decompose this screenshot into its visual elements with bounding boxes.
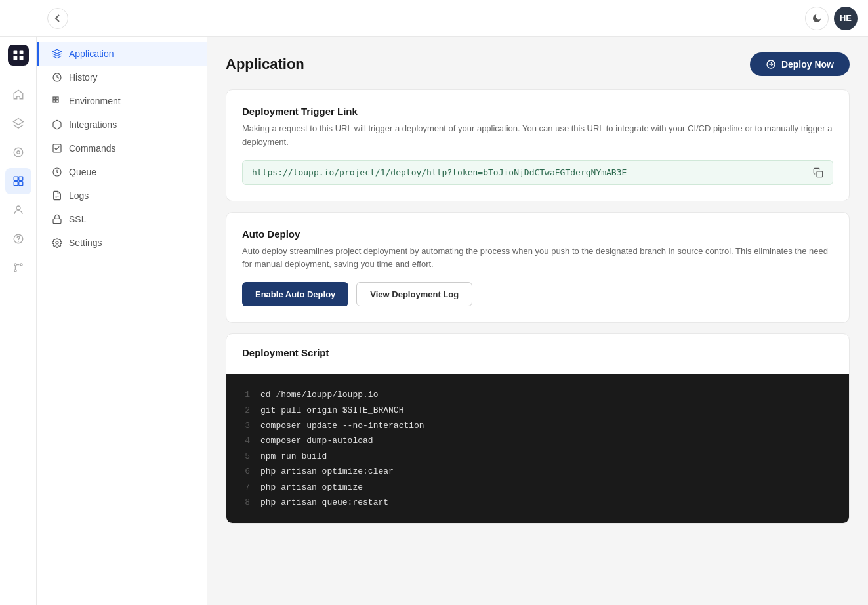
code-line-4: 4 composer dump-autoload (242, 433, 833, 448)
svg-point-5 (14, 148, 23, 157)
svg-rect-21 (56, 100, 58, 102)
line-content-7: php artisan optimize (260, 480, 363, 495)
line-content-4: composer dump-autoload (260, 433, 373, 448)
svg-rect-30 (817, 171, 823, 177)
deployment-script-title: Deployment Script (242, 347, 833, 358)
svg-point-13 (18, 241, 18, 241)
svg-point-16 (14, 264, 16, 266)
sidebar-item-commands[interactable]: Commands (37, 136, 207, 160)
line-num-2: 2 (242, 403, 250, 418)
user-avatar[interactable]: HE (834, 7, 858, 30)
code-line-3: 3 composer update --no-interaction (242, 418, 833, 433)
svg-rect-19 (56, 97, 58, 99)
svg-point-11 (16, 206, 20, 210)
rail-deploy-icon[interactable] (5, 168, 31, 194)
sidebar-item-settings[interactable]: Settings (37, 231, 207, 255)
code-line-1: 1 cd /home/loupp/loupp.io (242, 387, 833, 402)
sidebar-item-commands-label: Commands (69, 143, 116, 154)
deployment-script-code: 1 cd /home/loupp/loupp.io 2 git pull ori… (226, 374, 849, 523)
trigger-link-card: Deployment Trigger Link Making a request… (226, 89, 850, 201)
view-deployment-log-button[interactable]: View Deployment Log (356, 282, 472, 306)
trigger-link-title: Deployment Trigger Link (242, 106, 833, 117)
rail-layers-icon[interactable] (5, 110, 31, 136)
auto-deploy-description: Auto deploy streamlines project deployme… (242, 245, 833, 272)
svg-rect-3 (19, 56, 23, 60)
auto-deploy-card: Auto Deploy Auto deploy streamlines proj… (226, 212, 850, 323)
logo[interactable] (0, 37, 37, 73)
line-num-7: 7 (242, 480, 250, 495)
svg-point-27 (56, 241, 58, 244)
trigger-link-description: Making a request to this URL will trigge… (242, 122, 833, 150)
deploy-now-button[interactable]: Deploy Now (750, 52, 850, 76)
back-button[interactable] (47, 8, 68, 29)
trigger-link-box: https://loupp.io/project/1/deploy/http?t… (242, 160, 833, 185)
icon-rail (0, 37, 37, 605)
svg-point-15 (20, 264, 22, 266)
svg-rect-2 (13, 56, 17, 60)
page-title: Application (226, 56, 304, 73)
content-inner: Application Deploy Now Deployment Trigge… (207, 37, 868, 550)
auto-deploy-btn-row: Enable Auto Deploy View Deployment Log (242, 282, 833, 306)
content-area: Application Deploy Now Deployment Trigge… (207, 37, 868, 605)
main-layout: Application History Environment Integrat… (0, 37, 868, 605)
rail-user-icon[interactable] (5, 197, 31, 223)
rail-home-icon[interactable] (5, 81, 31, 108)
code-line-5: 5 npm run build (242, 449, 833, 464)
sidebar-item-environment-label: Environment (69, 96, 121, 106)
sidebar-item-integrations[interactable]: Integrations (37, 113, 207, 136)
line-num-8: 8 (242, 495, 250, 510)
line-content-8: php artisan queue:restart (260, 495, 388, 510)
line-content-5: npm run build (260, 449, 327, 464)
line-content-6: php artisan optimize:clear (260, 464, 394, 479)
sidebar-item-ssl[interactable]: SSL (37, 207, 207, 231)
header-right: HE (805, 7, 858, 30)
svg-rect-8 (18, 177, 22, 180)
sidebar-item-settings-label: Settings (69, 238, 102, 248)
copy-url-button[interactable] (813, 167, 823, 178)
code-line-8: 8 php artisan queue:restart (242, 495, 833, 510)
svg-rect-7 (14, 177, 18, 180)
svg-rect-20 (53, 100, 55, 102)
sidebar-item-history[interactable]: History (37, 66, 207, 89)
enable-auto-deploy-button[interactable]: Enable Auto Deploy (242, 282, 348, 306)
trigger-link-url: https://loupp.io/project/1/deploy/http?t… (252, 167, 808, 177)
svg-rect-18 (53, 97, 55, 99)
rail-git-icon[interactable] (5, 255, 31, 281)
sidebar-item-history-label: History (69, 72, 98, 83)
rail-package-icon[interactable] (5, 139, 31, 165)
code-line-2: 2 git pull origin $SITE_BRANCH (242, 403, 833, 418)
rail-support-icon[interactable] (5, 226, 31, 252)
sidebar-item-logs[interactable]: Logs (37, 184, 207, 207)
svg-rect-1 (19, 50, 23, 54)
sidebar-item-environment[interactable]: Environment (37, 89, 207, 113)
svg-rect-9 (14, 182, 18, 186)
sidebar-item-queue-label: Queue (69, 167, 96, 177)
sidebar-item-queue[interactable]: Queue (37, 160, 207, 184)
svg-point-6 (16, 151, 20, 154)
svg-rect-10 (18, 182, 22, 186)
svg-point-14 (14, 270, 16, 272)
sidebar-item-ssl-label: SSL (69, 214, 86, 224)
line-content-2: git pull origin $SITE_BRANCH (260, 403, 403, 418)
sidebar-item-logs-label: Logs (69, 190, 89, 201)
deploy-now-label: Deploy Now (781, 59, 834, 70)
line-num-1: 1 (242, 387, 250, 402)
sidebar-item-application-label: Application (69, 49, 114, 59)
line-content-3: composer update --no-interaction (260, 418, 424, 433)
rail-icons (5, 73, 31, 605)
page-header: Application Deploy Now (226, 52, 850, 76)
svg-rect-26 (53, 219, 61, 223)
sidebar: Application History Environment Integrat… (37, 37, 207, 605)
sidebar-item-integrations-label: Integrations (69, 119, 117, 130)
line-num-5: 5 (242, 449, 250, 464)
code-line-7: 7 php artisan optimize (242, 480, 833, 495)
theme-toggle-button[interactable] (805, 7, 829, 30)
code-line-6: 6 php artisan optimize:clear (242, 464, 833, 479)
line-content-1: cd /home/loupp/loupp.io (260, 387, 378, 402)
deployment-script-card: Deployment Script 1 cd /home/loupp/loupp… (226, 333, 850, 524)
top-header: HE (0, 0, 868, 37)
sidebar-item-application[interactable]: Application (37, 42, 207, 66)
auto-deploy-title: Auto Deploy (242, 228, 833, 240)
line-num-3: 3 (242, 418, 250, 433)
line-num-6: 6 (242, 464, 250, 479)
